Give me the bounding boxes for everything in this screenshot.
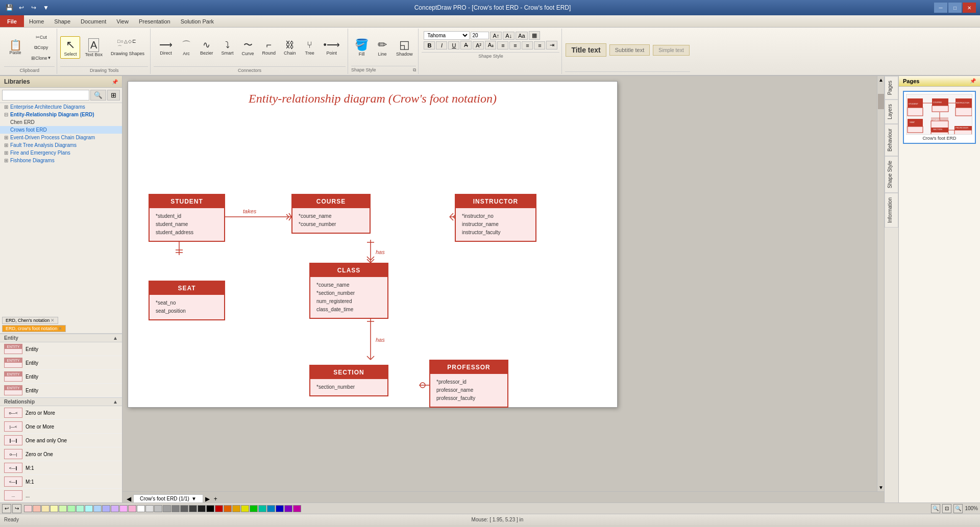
color-swatch-purple[interactable] <box>284 505 292 512</box>
maximize-button[interactable]: □ <box>948 3 962 13</box>
tag-chen-close[interactable]: ✕ <box>51 318 55 323</box>
right-tab-behaviour[interactable]: Behaviour <box>885 124 898 156</box>
close-button[interactable]: ✕ <box>963 3 976 13</box>
canvas-scroll[interactable]: Entity-relationship diagram (Crow's foot… <box>122 76 884 491</box>
color-swatch-2[interactable] <box>33 505 41 512</box>
align-right-button[interactable]: ≡ <box>522 41 533 49</box>
color-swatch-10[interactable] <box>102 505 110 512</box>
indent-button[interactable]: ⇥ <box>546 41 557 49</box>
paste-button[interactable]: 📋 Paste <box>4 38 27 57</box>
title-text-button[interactable]: Title text <box>566 43 606 57</box>
color-swatch-mg2[interactable] <box>163 505 171 512</box>
right-tab-layers[interactable]: Layers <box>885 99 898 124</box>
qat-undo[interactable]: ↩ <box>16 3 27 12</box>
align-left-button[interactable]: ≡ <box>497 41 508 49</box>
color-swatch-mg1[interactable] <box>154 505 162 512</box>
file-menu[interactable]: File <box>0 15 24 27</box>
bezier-button[interactable]: ∿ Bezier <box>197 37 217 58</box>
menu-shape[interactable]: Shape <box>49 15 76 27</box>
page-thumbnail[interactable]: STUDENT COURSE INSTRUCTOR SEAT CLASS SEC… <box>903 91 976 144</box>
color-swatch-dg1[interactable] <box>189 505 197 512</box>
shape-entity-4[interactable]: ENTITY Entity <box>0 384 122 397</box>
scroll-up[interactable]: ▲ <box>877 76 884 84</box>
shape-entity-1[interactable]: ENTITY Entity <box>0 342 122 356</box>
scroll-down[interactable]: ▼ <box>877 484 884 491</box>
drawing-shapes-button[interactable]: □○△◇ ⊏⌒ Drawing Shapes <box>107 37 148 58</box>
shape-entity-3[interactable]: ENTITY Entity <box>0 370 122 384</box>
sidebar-item-fishbone[interactable]: ⊞ Fishbone Diagrams <box>0 157 122 164</box>
color-swatch-lg[interactable] <box>145 505 154 512</box>
redo-button[interactable]: ↪ <box>12 504 21 513</box>
page-tab-crowsfoot[interactable]: Crow's foot ERD (1/1) ▼ <box>133 494 203 503</box>
font-select[interactable]: Tahoma <box>424 31 470 40</box>
section-entity[interactable]: SECTION *section_number <box>309 365 388 396</box>
color-swatch-red[interactable] <box>215 505 223 512</box>
color-swatch-gold[interactable] <box>232 505 240 512</box>
subtitle-text-button[interactable]: Subtitle text <box>609 44 650 56</box>
shape-more[interactable]: ... ... <box>0 489 122 503</box>
color-swatch-13[interactable] <box>128 505 136 512</box>
sidebar-item-evtdriven[interactable]: ⊞ Event-Driven Process Chain Diagram <box>0 134 122 141</box>
align-center-button[interactable]: ≡ <box>509 41 521 49</box>
shape-one-and-only-one[interactable]: ‖—‖ One and only One <box>0 434 122 447</box>
color-swatch-mg4[interactable] <box>180 505 188 512</box>
sidebar-search-input[interactable] <box>2 90 89 101</box>
color-swatch-white[interactable] <box>137 505 145 512</box>
smart-button[interactable]: ⤵ Smart <box>218 38 237 58</box>
clone-button[interactable]: ⊞ Clone ▼ <box>28 54 55 63</box>
color-swatch-4[interactable] <box>50 505 58 512</box>
direct-button[interactable]: ⟶ Direct <box>156 37 176 58</box>
font-aa-button[interactable]: Aa <box>516 32 527 40</box>
page-next[interactable]: ▶ <box>203 495 212 503</box>
shape-one-or-more[interactable]: |—< One or More <box>0 420 122 434</box>
instructor-entity[interactable]: INSTRUCTOR *instructor_no instructor_nam… <box>455 194 536 242</box>
color-swatch-dg2[interactable] <box>198 505 206 512</box>
color-swatch-mg3[interactable] <box>172 505 180 512</box>
textbox-button[interactable]: A Text Box <box>81 36 106 59</box>
sidebar-item-chen[interactable]: Chen ERD <box>0 118 122 126</box>
professor-entity[interactable]: PROFESSOR *professor_id professor_name p… <box>429 360 508 408</box>
shape-entity-2[interactable]: ENTITY Entity <box>0 356 122 370</box>
canvas[interactable]: Entity-relationship diagram (Crow's foot… <box>128 81 618 408</box>
menu-document[interactable]: Document <box>76 15 111 27</box>
tag-chen[interactable]: ERD, Chen's notation ✕ <box>2 317 58 324</box>
color-swatch-12[interactable] <box>119 505 128 512</box>
color-swatch-7[interactable] <box>76 505 84 512</box>
scroll-thumb[interactable] <box>878 94 884 109</box>
qat-save[interactable]: 💾 <box>4 3 14 12</box>
superscript-button[interactable]: A² <box>473 41 484 49</box>
shape-zero-or-more[interactable]: o—< Zero or More <box>0 406 122 420</box>
sidebar-pin[interactable]: 📌 <box>112 79 118 85</box>
chain-button[interactable]: ⛓ Chain <box>280 38 300 58</box>
color-swatch-1[interactable] <box>24 505 32 512</box>
font-more-button[interactable]: ▦ <box>529 31 540 40</box>
simple-text-button[interactable]: Simple text <box>653 45 689 56</box>
font-shrink-button[interactable]: A↓ <box>503 32 514 40</box>
sidebar-item-fault[interactable]: ⊞ Fault Tree Analysis Diagrams <box>0 141 122 149</box>
qat-redo[interactable]: ↪ <box>29 3 39 12</box>
qat-more[interactable]: ▼ <box>41 3 51 12</box>
shadow-button[interactable]: ◱ Shadow <box>393 36 416 59</box>
color-swatch-3[interactable] <box>41 505 50 512</box>
color-swatch-teal[interactable] <box>258 505 266 512</box>
right-tab-pages[interactable]: Pages <box>885 76 898 99</box>
color-swatch-orange[interactable] <box>224 505 232 512</box>
shape-m1-2[interactable]: <—‖ M:1 <box>0 475 122 489</box>
color-swatch-yellow[interactable] <box>241 505 249 512</box>
round-button[interactable]: ⌐ Round <box>259 38 280 58</box>
pages-pin[interactable]: 📌 <box>970 78 976 84</box>
relationship-collapse[interactable]: ▲ <box>113 399 118 405</box>
page-add[interactable]: + <box>212 495 219 503</box>
tag-crowsfoot-close[interactable]: ✕ <box>58 326 62 331</box>
seat-entity[interactable]: SEAT *seat_no seat_position <box>149 281 225 320</box>
menu-presentation[interactable]: Presentation <box>134 15 176 27</box>
line-button[interactable]: ✏ Line <box>373 36 391 59</box>
menu-view[interactable]: View <box>111 15 134 27</box>
sidebar-item-enterprise[interactable]: ⊞ Enterprise Architecture Diagrams <box>0 103 122 111</box>
menu-solution-park[interactable]: Solution Park <box>176 15 219 27</box>
color-swatch-black[interactable] <box>206 505 214 512</box>
color-swatch-magenta[interactable] <box>293 505 301 512</box>
arc-button[interactable]: ⌒ Arc <box>177 37 195 58</box>
select-button[interactable]: ↖ Select <box>60 36 80 59</box>
font-size-input[interactable] <box>471 32 489 39</box>
